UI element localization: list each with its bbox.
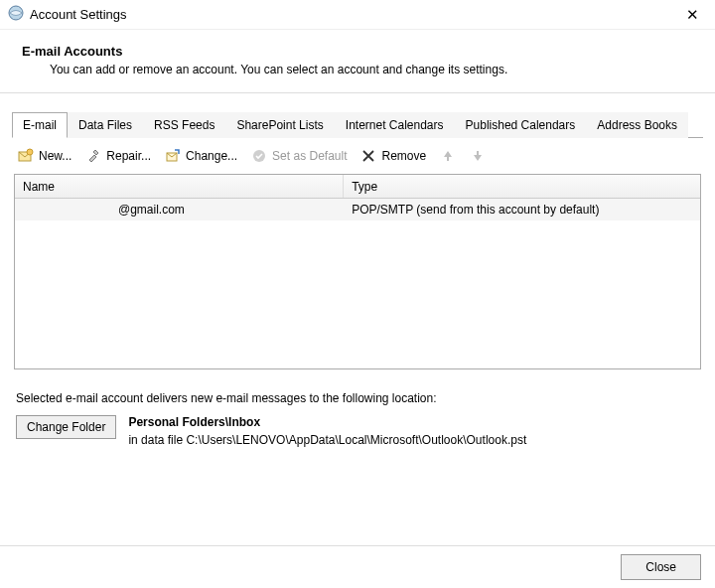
change-label: Change... [186,149,237,163]
change-folder-button[interactable]: Change Folder [16,415,116,439]
tab-email[interactable]: E-mail [12,112,68,138]
list-header: Name Type [15,175,700,199]
move-up-button [440,148,456,164]
repair-button[interactable]: Repair... [85,148,151,164]
col-header-name[interactable]: Name [15,175,344,198]
remove-icon [360,148,376,164]
delivers-text: Selected e-mail account delivers new e-m… [16,391,699,405]
tab-address-books[interactable]: Address Books [586,112,688,138]
tabs: E-mail Data Files RSS Feeds SharePoint L… [12,111,703,138]
new-button[interactable]: New... [18,148,72,164]
folder-datafile: in data file C:\Users\LENOVO\AppData\Loc… [128,433,526,447]
toolbar: New... Repair... Change... Set as Defaul… [12,138,703,174]
account-row[interactable]: @gmail.com POP/SMTP (send from this acco… [15,199,700,220]
mail-new-icon [18,148,34,164]
col-header-type[interactable]: Type [344,175,700,198]
divider [0,545,715,546]
header-description: You can add or remove an account. You ca… [22,63,697,76]
new-label: New... [39,149,72,163]
change-button[interactable]: Change... [165,148,237,164]
change-icon [165,148,181,164]
arrow-down-icon [470,148,486,164]
close-button[interactable]: Close [621,554,701,580]
titlebar: Account Settings ✕ [0,0,715,30]
window-title: Account Settings [30,7,127,22]
remove-button[interactable]: Remove [360,148,426,164]
check-circle-icon [251,148,267,164]
account-type-cell: POP/SMTP (send from this account by defa… [344,203,700,217]
set-default-button: Set as Default [251,148,347,164]
tab-rss-feeds[interactable]: RSS Feeds [143,112,225,138]
account-name-cell: @gmail.com [15,203,344,217]
move-down-button [470,148,486,164]
tab-internet-calendars[interactable]: Internet Calendars [335,112,455,138]
header-section: E-mail Accounts You can add or remove an… [0,30,715,93]
repair-label: Repair... [106,149,151,163]
set-default-label: Set as Default [272,149,347,163]
tab-data-files[interactable]: Data Files [68,112,143,138]
repair-icon [85,148,101,164]
svg-point-2 [27,149,33,155]
app-icon [8,5,24,24]
remove-label: Remove [381,149,426,163]
tab-sharepoint-lists[interactable]: SharePoint Lists [225,112,334,138]
account-list: Name Type @gmail.com POP/SMTP (send from… [14,174,701,369]
arrow-up-icon [440,148,456,164]
tab-published-calendars[interactable]: Published Calendars [455,112,587,138]
close-icon[interactable]: ✕ [680,4,705,26]
folder-path: Personal Folders\Inbox [128,415,526,429]
header-title: E-mail Accounts [22,44,697,59]
folder-row: Change Folder Personal Folders\Inbox in … [16,415,699,447]
